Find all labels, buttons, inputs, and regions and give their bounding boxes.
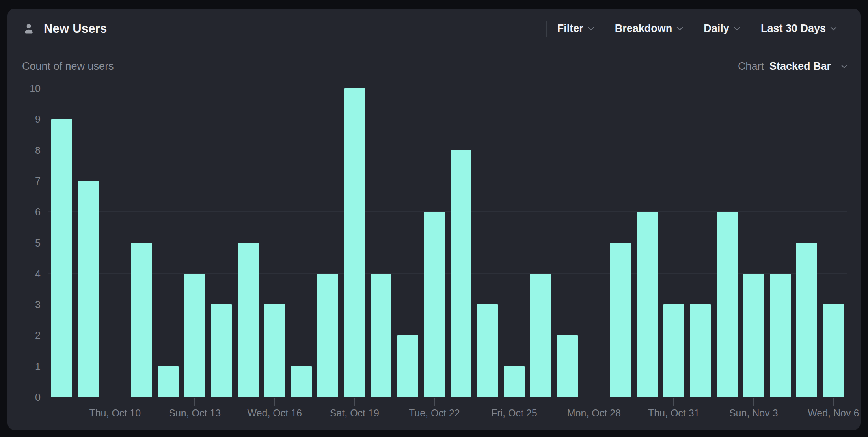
bar[interactable]: [211, 304, 232, 397]
chart-type-value: Stacked Bar: [769, 60, 831, 73]
header-controls: Filter Breakdown Daily Last 30 Days: [546, 21, 846, 37]
chevron-down-icon: [734, 24, 740, 31]
granularity-dropdown[interactable]: Daily: [693, 22, 750, 35]
x-axis-tick: [594, 398, 594, 406]
x-axis-label: Tue, Oct 22: [409, 407, 460, 419]
x-axis-label: Sun, Nov 3: [729, 407, 778, 419]
x-axis-tick: [434, 398, 435, 406]
bar-slot: [341, 88, 368, 397]
y-axis-label: 0: [35, 392, 41, 403]
bar[interactable]: [690, 304, 711, 397]
bar[interactable]: [78, 181, 99, 397]
bar[interactable]: [371, 274, 391, 397]
x-axis-label: Thu, Oct 31: [648, 407, 700, 419]
bar[interactable]: [557, 335, 578, 397]
bar[interactable]: [637, 212, 658, 397]
widget-title-group: New Users: [22, 22, 107, 36]
x-axis-tick: [514, 398, 514, 406]
y-axis-label: 3: [35, 299, 41, 310]
x-axis-label: Thu, Oct 10: [89, 407, 141, 419]
bar[interactable]: [238, 243, 259, 398]
x-axis-tick: [354, 398, 355, 406]
bar[interactable]: [663, 304, 684, 397]
bar-slot: [102, 88, 129, 397]
x-axis-label: Sun, Oct 13: [169, 407, 221, 419]
metric-label: Count of new users: [22, 60, 114, 73]
bar-slot: [235, 88, 262, 397]
bar[interactable]: [344, 88, 365, 397]
bar-slot: [767, 88, 794, 397]
bar[interactable]: [717, 212, 738, 397]
chevron-down-icon: [831, 24, 837, 31]
bar[interactable]: [51, 119, 72, 397]
bar[interactable]: [424, 212, 445, 397]
bar[interactable]: [504, 366, 525, 397]
dashboard-background: { "header": { "title": "New Users", "con…: [0, 0, 868, 437]
bar[interactable]: [158, 366, 179, 397]
bar-slot: [661, 88, 687, 397]
x-axis-tick: [274, 398, 275, 406]
x-axis-tick: [673, 398, 674, 406]
chart-type-dropdown[interactable]: Chart Stacked Bar: [738, 60, 846, 73]
bar[interactable]: [397, 335, 418, 397]
bar-slot: [208, 88, 235, 397]
y-axis-label: 4: [35, 268, 41, 279]
y-axis-label: 1: [35, 360, 41, 372]
y-axis-label: 6: [35, 206, 41, 218]
breakdown-dropdown[interactable]: Breakdown: [604, 22, 693, 35]
bar[interactable]: [530, 274, 551, 397]
bar[interactable]: [264, 304, 285, 397]
bar-slot: [421, 88, 448, 397]
x-axis-tick: [833, 398, 834, 406]
bar-slot: [687, 88, 714, 397]
x-axis-tick: [194, 398, 195, 406]
bar-slot: [793, 88, 820, 397]
date-range-dropdown[interactable]: Last 30 Days: [750, 22, 846, 35]
y-axis-label: 2: [35, 330, 41, 341]
bar-slot: [474, 88, 501, 397]
new-users-widget: New Users Filter Breakdown Daily Last 30…: [7, 9, 861, 430]
bar-chart-plot-area: 012345678910 Thu, Oct 10Sun, Oct 13Wed, …: [48, 88, 847, 397]
bar[interactable]: [451, 150, 471, 397]
bar-slot: [501, 88, 528, 397]
bar[interactable]: [770, 274, 791, 397]
widget-title: New Users: [44, 22, 107, 36]
x-axis-label: Sat, Oct 19: [330, 407, 379, 419]
bar-slot: [315, 88, 341, 397]
x-axis-label: Mon, Oct 28: [567, 407, 621, 419]
bar-slot: [527, 88, 554, 397]
bar[interactable]: [184, 274, 205, 397]
bar[interactable]: [743, 274, 764, 397]
x-axis-tick: [753, 398, 754, 406]
bars-layer: [48, 88, 847, 397]
chevron-down-icon: [588, 24, 594, 31]
filter-dropdown-label: Filter: [557, 22, 583, 35]
bar[interactable]: [823, 304, 844, 397]
filter-dropdown[interactable]: Filter: [547, 22, 604, 35]
bar-slot: [48, 88, 75, 397]
chevron-down-icon: [677, 24, 683, 31]
bar[interactable]: [131, 243, 152, 398]
chart-type-label: Chart: [738, 60, 764, 73]
bar-slot: [155, 88, 182, 397]
bar[interactable]: [317, 274, 338, 397]
x-axis-tick: [115, 398, 115, 406]
x-axis-label: Wed, Oct 16: [248, 407, 302, 419]
bar[interactable]: [610, 243, 631, 398]
y-axis-label: 9: [35, 114, 41, 125]
bar-slot: [368, 88, 395, 397]
bar-slot: [448, 88, 475, 397]
breakdown-dropdown-label: Breakdown: [615, 22, 672, 35]
y-axis-label: 7: [35, 175, 41, 187]
bar-slot: [129, 88, 155, 397]
bar-slot: [740, 88, 767, 397]
x-axis-label: Wed, Nov 6: [808, 407, 859, 419]
bar[interactable]: [291, 366, 312, 397]
granularity-dropdown-label: Daily: [704, 22, 729, 35]
bar[interactable]: [477, 304, 498, 397]
date-range-dropdown-label: Last 30 Days: [761, 22, 826, 35]
bar[interactable]: [796, 243, 817, 398]
y-axis-label: 10: [30, 83, 41, 94]
bar-slot: [261, 88, 288, 397]
user-icon: [22, 22, 35, 35]
